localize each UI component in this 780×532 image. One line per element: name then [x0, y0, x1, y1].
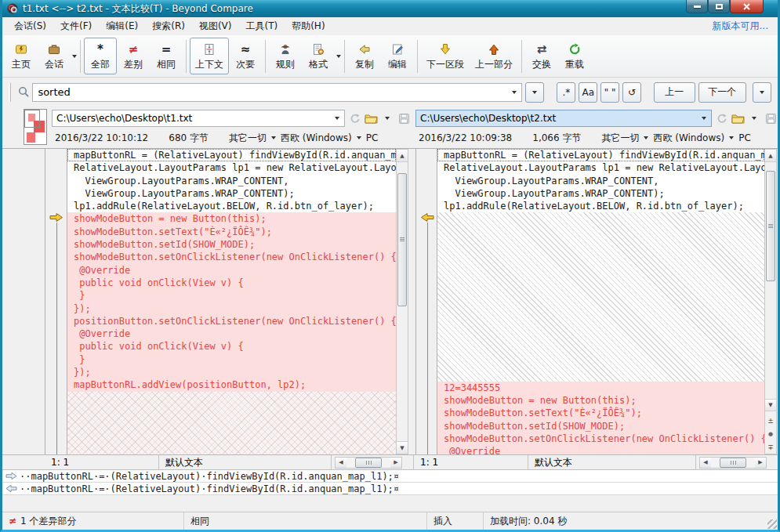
code-line[interactable]: 12=3445555	[437, 382, 764, 394]
code-line[interactable]: showModeButton = new Button(this);	[437, 394, 764, 407]
code-line[interactable]: showModeButton = new Button(this);	[67, 212, 396, 225]
toolbar-grip[interactable]	[9, 83, 11, 102]
code-line[interactable]: lp1.addRule(RelativeLayout.BELOW, R.id.b…	[67, 200, 396, 212]
code-line[interactable]: ViewGroup.LayoutParams.WRAP_CONTENT,	[67, 175, 396, 187]
code-line[interactable]: RelativeLayout.LayoutParams lp1 = new Re…	[437, 161, 764, 174]
scroll-right-button[interactable]: ▶	[755, 458, 766, 468]
code-line[interactable]: showModeButton.setText("È«²¿ÏÔÊ¾");	[437, 407, 764, 419]
diff-map-thumbnail[interactable]	[24, 109, 47, 145]
next-section-button[interactable]: 下一区段	[421, 38, 470, 74]
right-path-input[interactable]: C:\Users\echo\Desktop\t2.txt	[416, 113, 696, 124]
chevron-down-icon[interactable]	[729, 136, 734, 139]
format-button[interactable]: 格式	[302, 38, 335, 74]
session-button[interactable]: 会话	[38, 38, 71, 74]
diff-arrow-right-icon[interactable]	[49, 212, 63, 223]
code-line[interactable]: @Override	[67, 328, 396, 340]
code-line[interactable]: showModeButton.setOnClickListener(new On…	[67, 251, 396, 263]
code-line[interactable]: @Override	[67, 264, 396, 277]
find-previous-button[interactable]: 上一	[654, 82, 695, 103]
copy-button[interactable]: 复制	[348, 38, 381, 74]
find-next-button[interactable]: 下一个	[698, 82, 747, 103]
code-line[interactable]: showModeButton.setOnClickListener(new On…	[437, 432, 764, 445]
show-differences-button[interactable]: ≠ 差别	[117, 38, 150, 74]
left-horizontal-scrollbar[interactable]: ◀ ▶	[335, 457, 402, 469]
reload-button[interactable]: 重载	[558, 38, 591, 74]
right-vertical-scrollbar[interactable]: ▲ ▼ ± ● ∓	[764, 149, 777, 454]
code-line[interactable]: showModeButton.setId(SHOW_MODE);	[67, 238, 396, 251]
update-available-link[interactable]: 新版本可用...	[713, 20, 773, 33]
close-button[interactable]	[730, 0, 764, 13]
wrap-search-button[interactable]: ↺	[622, 82, 641, 103]
code-line[interactable]: mapButtonRL = (RelativeLayout) findViewB…	[437, 149, 764, 161]
minor-button[interactable]: ≈ 次要	[229, 38, 262, 74]
chevron-down-icon[interactable]	[644, 136, 648, 139]
show-all-button[interactable]: * 全部	[84, 38, 117, 74]
scroll-left-button[interactable]: ◀	[336, 458, 346, 468]
code-line[interactable]: @Override	[437, 445, 764, 454]
left-encoding-dropdown[interactable]: 西欧 (Windows)	[281, 132, 352, 145]
code-line[interactable]: lp1.addRule(RelativeLayout.BELOW, R.id.b…	[437, 200, 764, 212]
context-button[interactable]: 上下文	[190, 38, 229, 74]
left-syntax-format[interactable]: 默认文本	[159, 455, 332, 469]
code-line[interactable]: });	[67, 302, 396, 315]
match-case-button[interactable]: Aa	[579, 82, 597, 103]
right-encoding-dropdown[interactable]: 西欧 (Windows)	[653, 132, 724, 145]
detail-row-right[interactable]: ··mapButtonRL·=·(RelativeLayout)·findVie…	[2, 483, 778, 495]
code-line[interactable]: ViewGroup.LayoutParams.WRAP_CONTENT,	[437, 175, 764, 187]
chevron-down-icon[interactable]	[271, 136, 276, 139]
scroll-left-button[interactable]: ◀	[700, 458, 711, 468]
left-path-dropdown-icon[interactable]	[329, 110, 344, 127]
right-syntax-format[interactable]: 默认文本	[528, 455, 696, 469]
code-line[interactable]: RelativeLayout.LayoutParams lp1 = new Re…	[67, 161, 396, 174]
search-dropdown-button[interactable]	[525, 82, 544, 103]
search-history-dropdown-icon[interactable]	[506, 84, 521, 101]
left-browse-folder-icon[interactable]	[364, 110, 378, 126]
rules-button[interactable]: 规则	[269, 38, 302, 74]
code-line[interactable]: public void onClick(View v) {	[67, 277, 396, 289]
right-path-dropdown-icon[interactable]	[696, 110, 711, 127]
scroll-right-button[interactable]: ▶	[390, 458, 401, 468]
code-line[interactable]: });	[67, 366, 396, 378]
prev-section-button[interactable]: 上一部分	[470, 38, 518, 74]
menu-tools[interactable]: 工具(T)	[238, 17, 285, 35]
right-browse-dropdown-icon[interactable]	[747, 110, 761, 126]
left-save-icon[interactable]	[397, 110, 411, 126]
right-rule-dropdown[interactable]: 其它一切	[601, 132, 639, 145]
scroll-thumb[interactable]	[397, 173, 407, 306]
code-line[interactable]: showModeButton.setId(SHOW_MODE);	[437, 420, 764, 432]
menu-search[interactable]: 搜索(R)	[145, 17, 192, 35]
edit-button[interactable]: 编辑	[381, 38, 414, 74]
whole-word-button[interactable]: " "	[600, 82, 619, 103]
minimize-button[interactable]	[686, 0, 708, 13]
scroll-thumb[interactable]	[720, 458, 746, 468]
previous-difference-button[interactable]: ∓	[765, 440, 776, 454]
code-line[interactable]: ViewGroup.LayoutParams.WRAP_CONTENT);	[67, 187, 396, 200]
code-line[interactable]: public void onClick(View v) {	[67, 340, 396, 353]
pane-splitter[interactable]	[408, 149, 415, 454]
show-same-button[interactable]: = 相同	[150, 38, 183, 74]
code-line[interactable]: mapButtonRL = (RelativeLayout) findViewB…	[67, 149, 396, 161]
code-line[interactable]: mapButtonRL.addView(positionButton, lp2)…	[67, 378, 396, 391]
left-path-input[interactable]: C:\Users\echo\Desktop\t1.txt	[53, 113, 329, 124]
left-code-pane[interactable]: mapButtonRL = (RelativeLayout) findViewB…	[67, 149, 396, 454]
menu-session[interactable]: 会话(S)	[7, 17, 53, 35]
code-line[interactable]: }	[67, 353, 396, 366]
right-code-pane[interactable]: mapButtonRL = (RelativeLayout) findViewB…	[437, 149, 764, 454]
code-line[interactable]: ViewGroup.LayoutParams.WRAP_CONTENT);	[437, 187, 764, 200]
scroll-down-button[interactable]: ▼	[765, 399, 776, 411]
search-options-button[interactable]	[753, 82, 771, 103]
left-rule-dropdown[interactable]: 其它一切	[229, 132, 267, 145]
regex-button[interactable]: .*	[557, 82, 575, 103]
right-refresh-icon[interactable]	[714, 110, 728, 126]
scroll-up-button[interactable]: ▲	[765, 150, 776, 162]
resize-grip[interactable]	[767, 519, 777, 529]
scroll-thumb[interactable]	[355, 458, 382, 468]
left-browse-dropdown-icon[interactable]	[380, 110, 394, 126]
menu-view[interactable]: 视图(V)	[192, 17, 239, 35]
diff-arrow-left-icon[interactable]	[420, 212, 434, 223]
scroll-down-button[interactable]: ▼	[397, 441, 408, 454]
next-difference-button[interactable]: ±	[765, 414, 776, 427]
left-vertical-scrollbar[interactable]: ▲ ▼	[396, 149, 408, 454]
menu-edit[interactable]: 编辑(E)	[99, 17, 145, 35]
right-browse-folder-icon[interactable]	[731, 110, 745, 126]
